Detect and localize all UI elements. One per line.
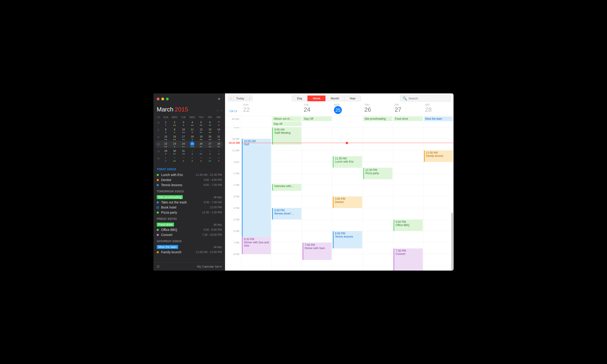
agenda-section-header: TOMORROW 3/26/15 bbox=[157, 190, 222, 193]
search-field[interactable]: 🔍 bbox=[400, 95, 451, 102]
scrollbar-thumb[interactable] bbox=[451, 213, 453, 271]
agenda-item[interactable]: Lunch with Eric11:30 AM - 12:30 PM bbox=[157, 172, 222, 177]
calendar-event[interactable]: 11:00 AMFamily brunch bbox=[424, 150, 453, 162]
allday-cell[interactable]: Day Off bbox=[302, 116, 332, 127]
minical-week[interactable]: 101234567 bbox=[155, 119, 223, 126]
allday-event[interactable]: Site proofreading bbox=[363, 117, 392, 121]
calendar-set-selector[interactable]: My Calendar Set ▾ bbox=[197, 265, 222, 268]
allday-cell[interactable] bbox=[332, 116, 362, 127]
calendar-event[interactable]: 10:00 AMGolf bbox=[242, 139, 271, 237]
month-label: March bbox=[157, 106, 173, 113]
search-input[interactable] bbox=[409, 97, 448, 100]
today-button[interactable]: Today bbox=[234, 95, 247, 101]
day-column[interactable]: 12:30 PMPizza party bbox=[363, 127, 393, 271]
agenda-item[interactable]: Take out the trash6:30 - 7:00 AM bbox=[157, 200, 222, 205]
agenda-item[interactable]: Tennis lessons6:00 - 7:30 PM bbox=[157, 182, 222, 188]
allday-event[interactable]: Day Off bbox=[303, 117, 332, 121]
day-header[interactable]: SUN22 bbox=[241, 103, 271, 114]
day-header[interactable]: THU26 bbox=[363, 103, 393, 114]
main-panel: ‹ Today › DayWeekMonthYear 🔍 CW 13SUN22T… bbox=[225, 93, 453, 271]
day-column[interactable]: 11:00 AMFamily brunch bbox=[423, 127, 453, 271]
view-segmented-control: DayWeekMonthYear bbox=[292, 95, 361, 101]
calendar-event[interactable]: 7:00 PMDinner with Sam bbox=[303, 243, 332, 260]
agenda-item[interactable]: Pizza party12:30 - 1:30 PM bbox=[157, 210, 222, 215]
week-number: CW 13 bbox=[225, 103, 241, 114]
agenda-item[interactable]: Mow the lawnall-day bbox=[157, 244, 222, 250]
agenda-section-header: SATURDAY 3/28/15 bbox=[157, 240, 222, 243]
day-header[interactable]: TUE24 bbox=[302, 103, 332, 114]
hour-label: 2 PM bbox=[225, 184, 241, 195]
allday-label: all-day bbox=[225, 116, 241, 127]
allday-cell[interactable]: Mow the lawn bbox=[423, 116, 453, 127]
day-column[interactable]: 11:30 AMLunch with Eric3:00 PMDentist6:0… bbox=[332, 127, 362, 271]
calendar-event[interactable]: 5:00 PMOffice BBQ bbox=[394, 220, 422, 231]
minimize-icon[interactable] bbox=[161, 98, 164, 100]
allday-cell[interactable] bbox=[241, 116, 271, 127]
day-header[interactable]: WED25 bbox=[332, 103, 362, 114]
now-time-label: 10:21 AM bbox=[229, 141, 240, 144]
allday-event[interactable]: Food drive bbox=[394, 117, 422, 121]
next-week-button[interactable]: › bbox=[247, 95, 252, 101]
sidebar: + March 2015 ‹ › CWSUNMONTUEWEDTHUFRISAT… bbox=[154, 93, 225, 271]
add-event-button[interactable]: + bbox=[216, 96, 222, 102]
calendar-event[interactable]: 3:00 PMDentist bbox=[333, 196, 362, 208]
zoom-icon[interactable] bbox=[166, 98, 169, 100]
view-year[interactable]: Year bbox=[344, 95, 361, 101]
agenda-item[interactable]: Dentist3:00 - 4:00 PM bbox=[157, 177, 222, 182]
agenda-item[interactable]: Food driveall-day bbox=[157, 222, 222, 227]
close-icon[interactable] bbox=[157, 98, 159, 100]
allday-event[interactable]: Day off bbox=[272, 122, 301, 126]
calendar-event[interactable]: Interview with… bbox=[272, 184, 301, 191]
view-day[interactable]: Day bbox=[292, 95, 307, 101]
time-column: 9 AM10 AM11 AMnoon1 PM2 PM3 PM4 PM5 PM6 … bbox=[225, 127, 241, 271]
day-header[interactable] bbox=[271, 103, 302, 114]
hour-label: 6 PM bbox=[225, 230, 241, 241]
allday-event[interactable]: Allison out of… bbox=[272, 117, 301, 121]
day-header[interactable]: FRI27 bbox=[393, 103, 423, 114]
search-icon: 🔍 bbox=[403, 96, 407, 101]
allday-cell[interactable]: Allison out of…Day off bbox=[271, 116, 302, 127]
minical-week[interactable]: 142930311234 bbox=[155, 148, 223, 155]
year-label: 2015 bbox=[175, 106, 188, 113]
allday-event[interactable]: Mow the lawn bbox=[424, 117, 453, 121]
hour-label: 5 PM bbox=[225, 218, 241, 230]
hour-label: 7 PM bbox=[225, 241, 241, 253]
agenda-item[interactable]: Concert7:30 - 10:00 PM bbox=[157, 232, 222, 237]
now-dot-icon bbox=[346, 142, 348, 144]
calendar-event[interactable]: 6:30 PMDinner with Sue and Alex bbox=[242, 237, 271, 254]
calendar-event[interactable]: 7:30 PMConcert bbox=[394, 248, 422, 271]
tasks-toggle-icon[interactable]: ☑ bbox=[157, 265, 159, 268]
hour-label: 11 AM bbox=[225, 149, 241, 161]
agenda-item[interactable]: Office BBQ5:00 - 6:00 PM bbox=[157, 227, 222, 232]
prev-week-button[interactable]: ‹ bbox=[228, 95, 234, 101]
view-week[interactable]: Week bbox=[307, 95, 325, 101]
calendar-event[interactable]: 6:00 PMTennis lessons bbox=[333, 231, 362, 248]
calendar-event[interactable]: 4:00 PMRenew driver'… bbox=[272, 208, 301, 220]
minical-week[interactable]: 11891011121314 bbox=[155, 126, 223, 134]
calendar-event[interactable]: 12:30 PMPizza party bbox=[363, 168, 392, 179]
prev-month-button[interactable]: ‹ bbox=[217, 109, 218, 112]
week-grid[interactable]: 9 AM10 AM11 AMnoon1 PM2 PM3 PM4 PM5 PM6 … bbox=[225, 127, 453, 271]
calendar-event[interactable]: 9:00 AMStaff Meeting bbox=[272, 127, 301, 145]
agenda-item[interactable]: Site proofreadingall-day bbox=[157, 195, 222, 200]
agenda-item[interactable]: Book hotel12:00 PM bbox=[157, 205, 222, 210]
day-header[interactable]: SAT28 bbox=[423, 103, 453, 114]
agenda-item[interactable]: Family brunch11:00 AM - 12:00 PM bbox=[157, 250, 222, 255]
allday-cell[interactable]: Site proofreading bbox=[363, 116, 393, 127]
app-window: + March 2015 ‹ › CWSUNMONTUEWEDTHUFRISAT… bbox=[154, 93, 453, 271]
allday-cell[interactable]: Food drive bbox=[393, 116, 423, 127]
hour-label: 4 PM bbox=[225, 207, 241, 218]
window-controls: + bbox=[154, 93, 225, 104]
day-column[interactable]: 9:00 AMStaff MeetingInterview with…4:00 … bbox=[271, 127, 302, 271]
hour-label: 8 PM bbox=[225, 253, 241, 264]
next-month-button[interactable]: › bbox=[221, 109, 222, 112]
minical-week[interactable]: 1322232425262728 bbox=[155, 141, 223, 148]
minical-week[interactable]: 15567891011 bbox=[155, 155, 223, 162]
day-column[interactable]: 5:00 PMOffice BBQ7:30 PMConcert bbox=[393, 127, 423, 271]
day-column[interactable]: 10:00 AMGolf6:30 PMDinner with Sue and A… bbox=[241, 127, 271, 271]
view-month[interactable]: Month bbox=[325, 95, 344, 101]
minical-week[interactable]: 1215161718192021 bbox=[155, 134, 223, 141]
day-column[interactable]: 7:00 PMDinner with Sam bbox=[302, 127, 332, 271]
agenda-list[interactable]: TODAY 3/25/15Lunch with Eric11:30 AM - 1… bbox=[154, 165, 225, 262]
calendar-event[interactable]: 11:30 AMLunch with Eric bbox=[333, 156, 362, 168]
